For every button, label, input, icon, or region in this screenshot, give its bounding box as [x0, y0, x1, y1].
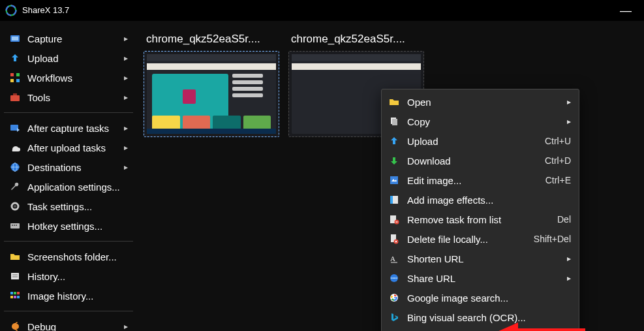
wrench-icon: [9, 181, 21, 192]
ctx-label: Download: [407, 155, 451, 166]
ctx-share-url[interactable]: Share URL ▸: [382, 268, 579, 288]
sidebar-item-capture[interactable]: Capture ▸: [0, 29, 137, 48]
chevron-right-icon: ▸: [567, 254, 571, 263]
ctx-download[interactable]: Download Ctrl+D: [382, 151, 579, 170]
after-capture-icon: [9, 123, 21, 133]
ctx-upload[interactable]: Upload Ctrl+U: [382, 131, 579, 151]
image-history-icon: [9, 291, 21, 301]
chevron-right-icon: ▸: [124, 163, 128, 172]
sidebar: Capture ▸ Upload ▸ Workflows ▸ Tools ▸ A…: [0, 21, 137, 331]
svg-rect-18: [12, 225, 13, 226]
sidebar-item-screenshots-folder[interactable]: Screenshots folder...: [0, 247, 137, 266]
sidebar-item-app-settings[interactable]: Application settings...: [0, 177, 137, 197]
sharex-logo-icon: [5, 5, 17, 16]
keyboard-icon: [9, 221, 21, 231]
svg-rect-28: [14, 296, 16, 298]
download-arrow-icon: [388, 155, 401, 166]
sidebar-item-workflows[interactable]: Workflows ▸: [0, 68, 137, 87]
thumbnail-label: chrome_qkz52eaS5r....: [144, 31, 279, 51]
bug-icon: [9, 321, 21, 331]
minimize-button[interactable]: —: [613, 6, 639, 15]
titlebar: ShareX 13.7 —: [0, 0, 644, 21]
ctx-shortcut: Ctrl+E: [545, 175, 571, 185]
divider: [4, 112, 133, 113]
sidebar-label: After upload tasks: [27, 142, 106, 153]
share-globe-icon: [388, 273, 401, 283]
chevron-right-icon: ▸: [124, 93, 128, 102]
edit-image-icon: [388, 175, 401, 185]
chevron-right-icon: ▸: [124, 322, 128, 331]
ctx-shortcut: Shift+Del: [534, 234, 571, 244]
sidebar-item-after-capture[interactable]: After capture tasks ▸: [0, 118, 137, 138]
ctx-shortcut: Ctrl+D: [545, 155, 571, 166]
gear-icon: [9, 201, 21, 212]
sidebar-item-upload[interactable]: Upload ▸: [0, 48, 137, 68]
chevron-right-icon: ▸: [567, 97, 571, 106]
svg-rect-26: [17, 292, 20, 294]
svg-rect-4: [12, 37, 18, 40]
ctx-edit-image[interactable]: Edit image... Ctrl+E: [382, 170, 579, 190]
shorten-url-icon: A: [388, 253, 401, 264]
sidebar-label: Hotkey settings...: [27, 221, 102, 232]
sidebar-label: Upload: [27, 53, 59, 64]
svg-rect-34: [390, 196, 393, 204]
sidebar-label: Image history...: [27, 291, 93, 302]
sidebar-item-destinations[interactable]: Destinations ▸: [0, 157, 137, 177]
chevron-right-icon: ▸: [124, 73, 128, 82]
svg-rect-7: [10, 79, 14, 82]
ctx-label: Shorten URL: [407, 253, 464, 264]
svg-rect-21: [11, 273, 19, 279]
app-title: ShareX 13.7: [22, 5, 69, 15]
sidebar-item-debug[interactable]: Debug ▸: [0, 317, 137, 331]
sidebar-label: Tools: [27, 92, 50, 103]
sidebar-item-hotkey-settings[interactable]: Hotkey settings...: [0, 216, 137, 236]
ctx-label: Share URL: [407, 273, 455, 284]
history-icon: [9, 271, 21, 281]
chevron-right-icon: ▸: [124, 143, 128, 152]
sidebar-item-tools[interactable]: Tools ▸: [0, 87, 137, 107]
workflows-icon: [9, 72, 21, 83]
chevron-right-icon: ▸: [124, 54, 128, 63]
folder-open-icon: [388, 97, 401, 107]
ctx-show-qr[interactable]: Show QR code...: [382, 327, 579, 331]
svg-rect-5: [10, 73, 14, 76]
sidebar-label: Task settings...: [27, 201, 92, 212]
thumbnail-item[interactable]: chrome_qkz52eaS5r....: [144, 31, 279, 137]
svg-rect-31: [392, 119, 397, 125]
ctx-google-search[interactable]: Google image search...: [382, 288, 579, 307]
ctx-shortcut: Ctrl+U: [545, 136, 571, 146]
ctx-delete-file[interactable]: Delete file locally... Shift+Del: [382, 229, 579, 249]
sidebar-label: Application settings...: [27, 181, 120, 193]
sidebar-item-after-upload[interactable]: After upload tasks ▸: [0, 138, 137, 157]
ctx-label: Open: [407, 97, 431, 108]
ctx-label: Upload: [407, 136, 438, 147]
ctx-label: Remove task from list: [407, 214, 501, 225]
svg-rect-24: [10, 292, 13, 294]
sidebar-label: Capture: [27, 33, 62, 44]
sidebar-item-image-history[interactable]: Image history...: [0, 286, 137, 306]
delete-file-icon: [388, 234, 401, 244]
svg-point-2: [7, 5, 16, 15]
capture-icon: [9, 33, 21, 44]
svg-text:A: A: [390, 255, 395, 262]
remove-list-icon: [388, 214, 401, 225]
sidebar-label: After capture tasks: [27, 123, 109, 134]
ctx-copy[interactable]: Copy ▸: [382, 112, 579, 131]
ctx-shortcut: Del: [557, 214, 571, 225]
ctx-shorten-url[interactable]: A Shorten URL ▸: [382, 249, 579, 268]
svg-rect-9: [10, 95, 20, 101]
ctx-label: Add image effects...: [407, 195, 493, 206]
sidebar-item-history[interactable]: History...: [0, 266, 137, 286]
svg-rect-20: [16, 225, 17, 226]
sidebar-label: Workflows: [27, 72, 72, 84]
ctx-bing-search[interactable]: Bing visual search (OCR)...: [382, 307, 579, 327]
ctx-remove-task[interactable]: Remove task from list Del: [382, 210, 579, 229]
chevron-right-icon: ▸: [124, 34, 128, 43]
upload-arrow-icon: [388, 136, 401, 146]
sidebar-label: Debug: [27, 321, 56, 332]
chevron-right-icon: ▸: [567, 274, 571, 283]
ctx-add-effects[interactable]: Add image effects...: [382, 190, 579, 210]
ctx-label: Copy: [407, 116, 430, 127]
sidebar-item-task-settings[interactable]: Task settings...: [0, 197, 137, 216]
ctx-open[interactable]: Open ▸: [382, 92, 579, 112]
